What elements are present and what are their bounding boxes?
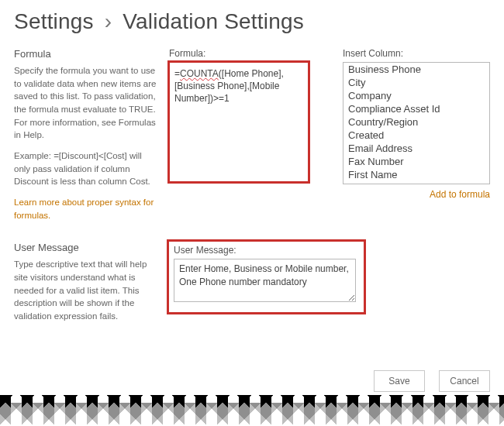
breadcrumb: Settings › Validation Settings — [14, 9, 490, 34]
user-message-desc: Type descriptive text that will help sit… — [14, 258, 158, 322]
add-to-formula-link[interactable]: Add to formula — [430, 189, 490, 200]
user-message-label: User Message: — [174, 245, 356, 256]
formula-field-label: Formula: — [169, 48, 337, 59]
save-button[interactable]: Save — [374, 370, 425, 392]
formula-heading: Formula — [14, 48, 158, 60]
insert-column-list[interactable]: Business PhoneCityCompanyCompliance Asse… — [343, 62, 490, 184]
user-message-section: User Message Type descriptive text that … — [14, 242, 490, 330]
insert-column-label: Insert Column: — [343, 48, 490, 59]
formula-desc-1: Specify the formula you want to use to v… — [14, 64, 158, 142]
insert-column-option[interactable]: First Name — [343, 168, 489, 181]
formula-desc-2: Example: =[Discount]<[Cost] will only pa… — [14, 149, 158, 188]
user-message-highlight: User Message: — [169, 242, 364, 312]
user-message-input[interactable] — [174, 259, 356, 302]
formula-help-link[interactable]: Learn more about proper syntax for formu… — [14, 196, 158, 222]
insert-column-option[interactable]: Created — [343, 129, 489, 142]
breadcrumb-current: Validation Settings — [123, 9, 304, 33]
torn-edge-decoration — [0, 395, 504, 426]
breadcrumb-root[interactable]: Settings — [14, 9, 94, 33]
insert-column-option[interactable]: Business Phone — [343, 63, 489, 76]
formula-function-name: COUNTA — [180, 68, 219, 79]
formula-section: Formula Specify the formula you want to … — [14, 48, 490, 222]
insert-column-option[interactable]: City — [343, 76, 489, 89]
cancel-button[interactable]: Cancel — [439, 370, 490, 392]
formula-input[interactable]: =COUNTA([Home Phone],[Business Phone],[M… — [169, 62, 309, 182]
insert-column-option[interactable]: Email Address — [343, 142, 489, 155]
insert-column-option[interactable]: Full Name — [343, 181, 489, 184]
insert-column-option[interactable]: Compliance Asset Id — [343, 102, 489, 115]
user-message-heading: User Message — [14, 242, 158, 253]
insert-column-option[interactable]: Company — [343, 89, 489, 102]
chevron-right-icon: › — [105, 9, 112, 33]
formula-highlight: =COUNTA([Home Phone],[Business Phone],[M… — [169, 62, 309, 182]
insert-column-option[interactable]: Fax Number — [343, 155, 489, 168]
insert-column-option[interactable]: Country/Region — [343, 115, 489, 129]
